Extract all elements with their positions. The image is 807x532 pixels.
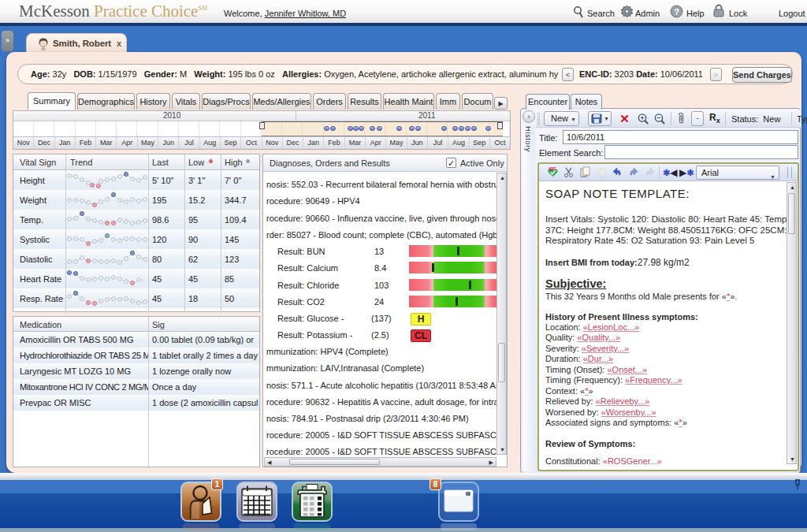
svg-text:?: ? xyxy=(674,7,679,17)
svg-text:ABC: ABC xyxy=(549,167,556,171)
